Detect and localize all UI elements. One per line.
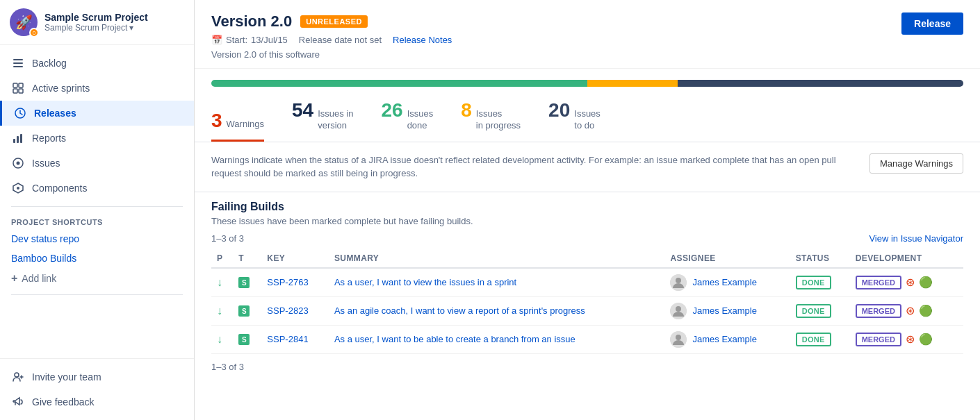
issues-todo-label: Issuesto do [574,108,601,132]
summary-link[interactable]: As an agile coach, I want to view a repo… [334,305,585,316]
header-left: Version 2.0 UNRELEASED 📅 Start: 13/Jul/1… [211,12,452,60]
svg-point-16 [676,278,681,283]
col-development: Development [850,249,963,268]
cell-assignee-2: James Example [664,325,790,353]
view-in-issue-navigator-link[interactable]: View in Issue Navigator [869,233,963,244]
status-badge: DONE [796,304,831,318]
sidebar-item-active-sprints[interactable]: Active sprints [0,76,194,101]
shortcut-dev-status-repo[interactable]: Dev status repo [0,229,194,249]
cell-summary-0[interactable]: As a user, I want to view the issues in … [329,268,665,297]
svg-rect-4 [19,83,23,87]
title-row: Version 2.0 UNRELEASED [211,12,452,31]
check-icon: 🟢 [919,333,933,346]
sidebar-item-releases-label: Releases [34,108,76,119]
release-button[interactable]: Release [901,12,963,35]
sprint-icon [11,81,25,95]
cell-key-2[interactable]: SSP-2841 [261,325,329,353]
dev-cell: MERGED ⊛ 🟢 [856,333,958,346]
cell-assignee-0: James Example [664,268,790,297]
dev-cell: MERGED ⊛ 🟢 [856,276,958,289]
svg-rect-10 [20,134,22,143]
cell-key-1[interactable]: SSP-2823 [261,296,329,325]
svg-point-20 [676,335,681,340]
manage-warnings-button[interactable]: Manage Warnings [869,153,963,174]
svg-rect-0 [13,59,23,60]
cell-type-0: S [233,268,261,297]
release-notes-link[interactable]: Release Notes [393,35,452,45]
summary-link[interactable]: As a user, I want to view the issues in … [334,277,516,287]
table-header: P T Key Summary Assignee Status Developm… [211,249,963,268]
cell-development-0: MERGED ⊛ 🟢 [850,268,963,297]
version-header: Version 2.0 UNRELEASED 📅 Start: 13/Jul/1… [195,0,980,69]
svg-rect-8 [13,139,15,143]
assignee-name[interactable]: James Example [692,277,756,287]
issue-key-link[interactable]: SSP-2763 [267,277,308,287]
cell-summary-2[interactable]: As a user, I want to be able to create a… [329,325,665,353]
sidebar-item-releases[interactable]: Releases [0,101,194,126]
cell-status-0: DONE [790,268,850,297]
project-name: Sample Scrum Project [44,12,148,23]
assignee-name[interactable]: James Example [692,305,756,316]
cell-key-0[interactable]: SSP-2763 [261,268,329,297]
add-link-button[interactable]: + Add link [0,268,194,289]
svg-point-12 [17,162,20,165]
summary-link[interactable]: As a user, I want to be able to create a… [334,334,575,344]
header-meta: 📅 Start: 13/Jul/15 Release date not set … [211,35,452,45]
unreleased-badge: UNRELEASED [300,15,368,28]
cell-priority-1: ↓ [211,296,233,325]
dev-cell: MERGED ⊛ 🟢 [856,304,958,318]
cell-development-1: MERGED ⊛ 🟢 [850,296,963,325]
svg-point-14 [15,373,19,377]
table-row: ↓ S SSP-2823 As an agile coach, I want t… [211,296,963,325]
sidebar-item-backlog[interactable]: Backlog [0,51,194,76]
warning-circle-icon: ⊛ [906,276,915,289]
priority-low-icon: ↓ [217,276,222,288]
col-summary: Summary [329,249,665,268]
sidebar-item-backlog-label: Backlog [32,58,67,69]
chevron-down-icon: ▾ [129,23,133,33]
nav-divider-1 [11,206,183,207]
cell-development-2: MERGED ⊛ 🟢 [850,325,963,353]
warning-circle-icon: ⊛ [906,304,915,317]
cell-assignee-1: James Example [664,296,790,325]
megaphone-icon [11,395,25,409]
cell-priority-2: ↓ [211,325,233,353]
sidebar-item-issues[interactable]: Issues [0,151,194,176]
warnings-label: Warnings [227,119,264,131]
stat-warnings[interactable]: 3 Warnings [211,110,264,132]
stat-issues-version: 54 Issues inversion [292,99,353,132]
sidebar-item-invite-team[interactable]: Invite your team [0,364,194,389]
issue-key-link[interactable]: SSP-2841 [267,334,308,344]
issue-type-icon: S [238,277,250,288]
project-sub: Sample Scrum Project ▾ [44,23,148,33]
sidebar-item-give-feedback[interactable]: Give feedback [0,389,194,414]
release-date-text: Release date not set [299,35,382,45]
project-header[interactable]: 🚀 0 Sample Scrum Project Sample Scrum Pr… [0,0,194,45]
rocket-icon: 🚀 [15,14,33,31]
assignee-name[interactable]: James Example [692,334,756,344]
progress-inprogress [587,80,678,87]
cell-status-1: DONE [790,296,850,325]
failing-builds-title: Failing Builds [211,201,963,213]
failing-builds-section: Failing Builds These issues have been ma… [195,192,980,380]
issue-key-link[interactable]: SSP-2823 [267,305,308,316]
cell-summary-1[interactable]: As an agile coach, I want to view a repo… [329,296,665,325]
sidebar-item-components[interactable]: Components [0,176,194,201]
stats-row: 3 Warnings 54 Issues inversion 26 Issues… [195,92,980,142]
cell-priority-0: ↓ [211,268,233,297]
warnings-text: Warnings indicate when the status of a J… [211,153,837,180]
shortcut-bamboo-builds[interactable]: Bamboo Builds [0,249,194,268]
main-content: Version 2.0 UNRELEASED 📅 Start: 13/Jul/1… [195,0,980,420]
nav-divider-2 [11,294,183,295]
person-plus-icon [11,370,25,384]
invite-team-label: Invite your team [32,371,101,383]
status-badge: DONE [796,276,831,289]
sidebar-item-reports[interactable]: Reports [0,126,194,151]
project-info: Sample Scrum Project Sample Scrum Projec… [44,12,148,33]
chart-icon [11,131,25,145]
assignee-cell: James Example [670,274,784,291]
pagination-top: 1–3 of 3 [211,233,244,244]
svg-rect-2 [13,66,23,67]
notification-badge: 0 [29,28,39,37]
warnings-count: 3 [211,110,222,132]
